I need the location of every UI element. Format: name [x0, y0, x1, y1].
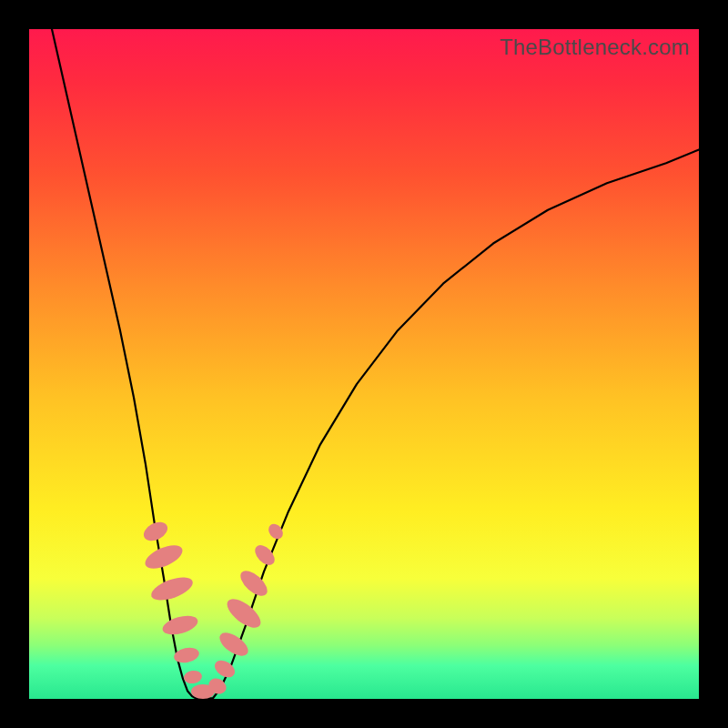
chart-svg [29, 29, 699, 699]
curve-marker [223, 594, 266, 633]
curve-marker [183, 670, 203, 685]
curve-marker [142, 541, 186, 573]
plot-area: TheBottleneck.com [29, 29, 699, 699]
curve-marker [160, 612, 199, 638]
chart-frame: TheBottleneck.com [0, 0, 728, 728]
curve-markers [140, 518, 286, 699]
curve-marker [148, 572, 196, 604]
bottleneck-curve [52, 29, 699, 698]
curve-marker [140, 518, 170, 544]
curve-marker [173, 645, 201, 664]
curve-marker [237, 566, 272, 600]
